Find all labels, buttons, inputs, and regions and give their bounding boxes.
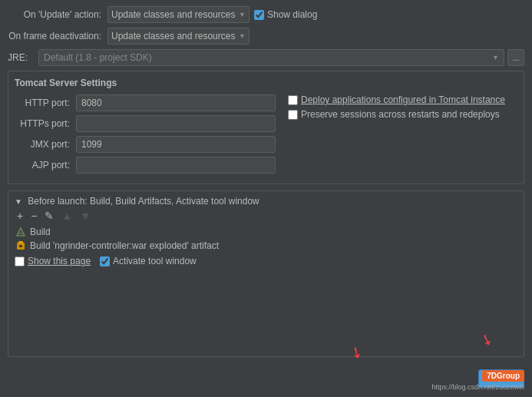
deploy-label-row[interactable]: Deploy applications configured in Tomcat… bbox=[288, 94, 505, 105]
main-panel: On 'Update' action: Update classes and r… bbox=[0, 0, 532, 397]
remove-before-launch-button[interactable]: − bbox=[28, 210, 39, 222]
deploy-checkbox[interactable] bbox=[288, 95, 298, 105]
before-launch-toolbar: + − ✎ ▲ ▼ bbox=[15, 210, 517, 222]
https-port-label: HTTPs port: bbox=[15, 118, 76, 129]
on-update-dropdown[interactable]: Update classes and resources ▼ bbox=[107, 6, 249, 23]
build-item-label: Build bbox=[30, 227, 51, 237]
watermark-panel: 7DGroup https://blog.csdn.net/zuozewei bbox=[431, 370, 524, 391]
up-before-launch-button[interactable]: ▲ bbox=[59, 210, 74, 222]
svg-marker-0 bbox=[17, 228, 25, 236]
jre-label: JRE: bbox=[8, 52, 38, 63]
preserve-checkbox[interactable] bbox=[288, 110, 298, 120]
show-page-checkbox-row[interactable]: Show this page bbox=[15, 256, 91, 266]
activate-tool-window-checkbox[interactable] bbox=[100, 256, 110, 266]
jre-more-button[interactable]: ... bbox=[507, 49, 524, 66]
on-update-row: On 'Update' action: Update classes and r… bbox=[8, 6, 524, 23]
http-port-input[interactable] bbox=[76, 94, 276, 111]
tomcat-settings-title: Tomcat Server Settings bbox=[15, 78, 517, 88]
on-frame-deactivation-row: On frame deactivation: Update classes an… bbox=[8, 28, 524, 45]
tomcat-settings-panel: Tomcat Server Settings HTTP port: HTTPs … bbox=[8, 71, 524, 184]
build-svg-icon bbox=[15, 227, 26, 237]
artifact-icon bbox=[15, 240, 27, 252]
show-page-row: Show this page Activate tool window bbox=[15, 256, 517, 266]
ajp-port-row: AJP port: bbox=[15, 157, 276, 174]
show-page-checkbox[interactable] bbox=[15, 256, 25, 266]
https-port-input[interactable] bbox=[76, 115, 276, 132]
add-before-launch-button[interactable]: + bbox=[15, 210, 25, 222]
edit-before-launch-button[interactable]: ✎ bbox=[42, 210, 56, 222]
https-port-row: HTTPs port: bbox=[15, 115, 276, 132]
artifact-svg-icon bbox=[15, 240, 26, 251]
jre-dropdown[interactable]: Default (1.8 - project SDK) ▼ bbox=[38, 49, 504, 66]
watermark-url: https://blog.csdn.net/zuozewei bbox=[431, 383, 524, 391]
on-update-dropdown-value: Update classes and resources bbox=[111, 9, 235, 20]
jmx-port-input[interactable] bbox=[76, 136, 276, 153]
artifact-item-label: Build 'ngrinder-controller:war exploded'… bbox=[30, 240, 219, 251]
show-dialog-row: Show dialog bbox=[254, 9, 317, 20]
jmx-port-label: JMX port: bbox=[15, 139, 76, 150]
before-launch-title-text: Before launch: Build, Build Artifacts, A… bbox=[28, 196, 259, 207]
list-item: Build bbox=[15, 225, 517, 239]
show-page-label: Show this page bbox=[28, 256, 91, 266]
show-dialog-checkbox[interactable] bbox=[254, 10, 264, 20]
jre-placeholder: Default (1.8 - project SDK) bbox=[44, 52, 152, 63]
ports-and-options: HTTP port: HTTPs port: JMX port: AJP por… bbox=[15, 94, 517, 177]
preserve-label: Preserve sessions across restarts and re… bbox=[301, 109, 500, 120]
deploy-label: Deploy applications configured in Tomcat… bbox=[301, 94, 505, 105]
bottom-bar: ➘ ➘ OK 7DGroup https://blog.csdn.net/zuo… bbox=[8, 363, 524, 391]
down-before-launch-button[interactable]: ▼ bbox=[78, 210, 93, 222]
jre-row: JRE: Default (1.8 - project SDK) ▼ ... bbox=[8, 49, 524, 66]
activate-tool-window-label: Activate tool window bbox=[113, 256, 197, 266]
on-update-container: Update classes and resources ▼ Show dial… bbox=[107, 6, 317, 23]
ports-column: HTTP port: HTTPs port: JMX port: AJP por… bbox=[15, 94, 276, 177]
svg-rect-4 bbox=[19, 245, 22, 247]
ajp-port-label: AJP port: bbox=[15, 160, 76, 170]
list-item: Build 'ngrinder-controller:war exploded'… bbox=[15, 239, 517, 253]
svg-rect-3 bbox=[18, 241, 23, 243]
build-icon bbox=[15, 226, 27, 238]
on-frame-deactivation-dropdown[interactable]: Update classes and resources ▼ bbox=[107, 28, 249, 45]
activate-tool-window-checkbox-row[interactable]: Activate tool window bbox=[100, 256, 197, 266]
ajp-port-input[interactable] bbox=[76, 157, 276, 174]
http-port-label: HTTP port: bbox=[15, 98, 76, 108]
show-dialog-label: Show dialog bbox=[267, 9, 317, 20]
on-update-label: On 'Update' action: bbox=[8, 9, 107, 20]
before-launch-title: ▼ Before launch: Build, Build Artifacts,… bbox=[15, 196, 517, 207]
http-port-row: HTTP port: bbox=[15, 94, 276, 111]
deploy-options-column: Deploy applications configured in Tomcat… bbox=[288, 94, 505, 120]
on-frame-deactivation-value: Update classes and resources bbox=[111, 31, 235, 41]
watermark-logo: 7DGroup bbox=[482, 370, 524, 382]
jre-chevron-icon: ▼ bbox=[492, 54, 499, 61]
on-frame-deactivation-chevron-icon: ▼ bbox=[239, 32, 246, 40]
before-launch-panel: ▼ Before launch: Build, Build Artifacts,… bbox=[8, 190, 524, 357]
jmx-port-row: JMX port: bbox=[15, 136, 276, 153]
preserve-label-row[interactable]: Preserve sessions across restarts and re… bbox=[288, 109, 505, 120]
on-update-chevron-icon: ▼ bbox=[239, 11, 246, 18]
before-launch-collapse-icon[interactable]: ▼ bbox=[15, 197, 22, 206]
on-frame-deactivation-label: On frame deactivation: bbox=[8, 31, 107, 41]
